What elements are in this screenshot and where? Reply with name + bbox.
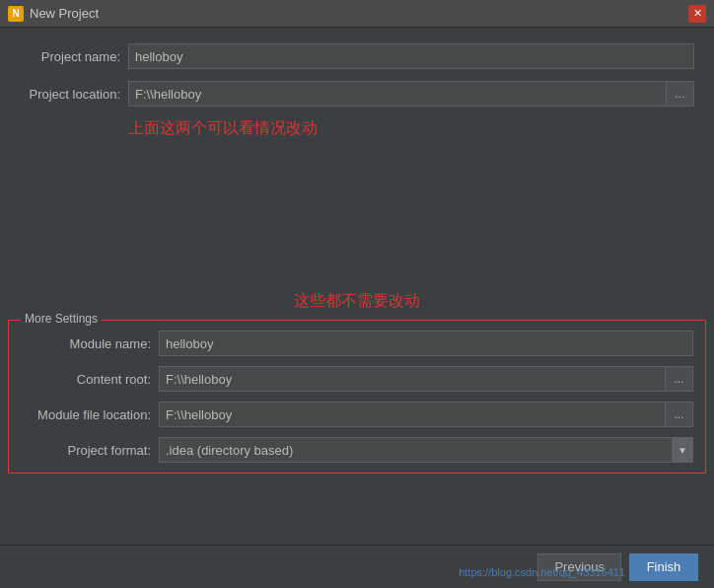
project-location-label: Project location: — [20, 87, 128, 102]
project-location-browse-button[interactable]: ... — [667, 81, 694, 107]
module-file-location-row: Module file location: ... — [21, 402, 693, 427]
more-settings-legend: More Settings — [21, 312, 102, 326]
project-name-row: Project name: — [20, 43, 694, 69]
content-root-label: Content root: — [21, 372, 159, 387]
top-annotation: 上面这两个可以看情况改动 — [128, 118, 694, 139]
finish-button[interactable]: Finish — [629, 553, 698, 581]
project-format-select-wrapper: .idea (directory based) ▼ — [159, 437, 693, 463]
more-settings-panel: More Settings Module name: Content root:… — [8, 320, 706, 474]
main-content: Project name: Project location: ... 上面这两… — [0, 28, 714, 283]
app-icon: N — [8, 6, 24, 22]
content-root-row: Content root: ... — [21, 366, 693, 392]
spacer — [20, 149, 694, 267]
content-root-browse-button[interactable]: ... — [666, 366, 693, 392]
title-bar: N New Project ✕ — [0, 0, 714, 28]
module-name-input[interactable] — [159, 331, 693, 356]
project-format-row: Project format: .idea (directory based) … — [21, 437, 693, 463]
watermark-url: https://blog.csdn.net/qq_43316411 — [459, 566, 625, 578]
project-format-select[interactable]: .idea (directory based) — [159, 437, 693, 463]
module-file-location-browse-button[interactable]: ... — [666, 402, 693, 427]
close-button[interactable]: ✕ — [688, 5, 706, 23]
module-file-location-input[interactable] — [159, 402, 666, 427]
project-location-row: Project location: ... — [20, 81, 694, 107]
module-file-location-label: Module file location: — [21, 407, 159, 422]
content-root-input[interactable] — [159, 366, 666, 392]
bottom-annotation: 这些都不需要改动 — [0, 291, 714, 312]
module-name-row: Module name: — [21, 331, 693, 356]
project-format-label: Project format: — [21, 443, 159, 458]
window-title: New Project — [30, 6, 99, 21]
project-location-input[interactable] — [128, 81, 667, 107]
project-name-label: Project name: — [20, 49, 128, 64]
module-name-label: Module name: — [21, 336, 159, 351]
project-name-input[interactable] — [128, 43, 694, 69]
